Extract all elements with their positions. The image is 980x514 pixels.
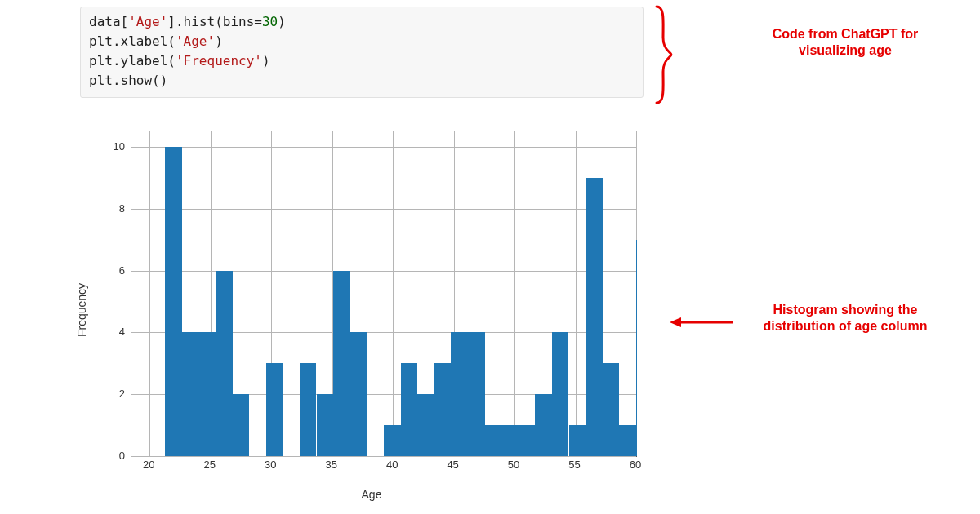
code-line-4: plt.show() — [89, 73, 167, 88]
histogram-bar — [468, 332, 485, 456]
y-tick: 2 — [86, 388, 125, 400]
histogram-bar — [384, 425, 401, 456]
annotation-code: Code from ChatGPT for visualizing age — [751, 26, 939, 59]
x-tick: 45 — [447, 459, 458, 471]
histogram-bar — [401, 363, 418, 456]
code-line-2: plt.xlabel('Age') — [89, 33, 223, 49]
histogram-bar — [266, 363, 283, 456]
arrow-left-icon — [670, 317, 735, 328]
code-line-3: plt.ylabel('Frequency') — [89, 53, 270, 69]
x-tick: 55 — [568, 459, 580, 471]
code-block: data['Age'].hist(bins=30) plt.xlabel('Ag… — [80, 7, 644, 98]
histogram-bar — [603, 363, 620, 456]
y-tick: 0 — [86, 450, 125, 462]
histogram-bar — [434, 363, 452, 456]
grid-v — [149, 131, 150, 456]
histogram-bar — [485, 425, 502, 456]
x-tick: 50 — [508, 459, 519, 471]
plot-area — [131, 131, 636, 456]
histogram-bar — [619, 425, 636, 456]
x-tick: 20 — [143, 459, 154, 471]
code-line-1: data['Age'].hist(bins=30) — [89, 14, 286, 29]
histogram-bar — [165, 147, 182, 456]
grid-v — [576, 131, 577, 456]
y-tick: 4 — [86, 326, 125, 338]
histogram-bar — [569, 425, 586, 456]
y-tick: 6 — [86, 264, 125, 276]
x-tick: 25 — [204, 459, 216, 471]
plot-frame — [131, 131, 637, 457]
histogram-bar — [501, 425, 519, 456]
curly-brace-icon — [653, 5, 673, 104]
grid-h — [131, 209, 636, 210]
histogram-bar — [636, 240, 637, 456]
x-tick: 30 — [265, 459, 276, 471]
grid-v — [393, 131, 394, 456]
grid-h — [131, 456, 636, 457]
svg-marker-1 — [670, 317, 681, 327]
histogram-bar — [233, 394, 250, 456]
histogram-bar — [317, 394, 334, 456]
histogram-bar — [333, 271, 350, 456]
histogram-bar — [586, 178, 603, 456]
histogram-bar — [350, 332, 368, 456]
grid-h — [131, 271, 636, 272]
x-tick: 35 — [325, 459, 336, 471]
histogram-chart: Frequency 0246810202530354045505560 Age — [86, 122, 657, 498]
histogram-bar — [216, 271, 233, 456]
histogram-bar — [552, 332, 569, 456]
y-tick: 8 — [86, 202, 125, 214]
y-tick: 10 — [86, 140, 125, 152]
histogram-bar — [198, 332, 216, 456]
histogram-bar — [417, 394, 434, 456]
histogram-bar — [182, 332, 199, 456]
annotation-histogram: Histogram showing the distribution of ag… — [739, 302, 951, 335]
histogram-bar — [451, 332, 468, 456]
histogram-bar — [300, 363, 317, 456]
grid-v — [514, 131, 515, 456]
grid-h — [131, 147, 636, 148]
histogram-bar — [535, 394, 552, 456]
x-axis-label: Age — [86, 488, 657, 501]
histogram-bar — [519, 425, 536, 456]
x-tick: 60 — [630, 459, 641, 471]
x-tick: 40 — [386, 459, 398, 471]
